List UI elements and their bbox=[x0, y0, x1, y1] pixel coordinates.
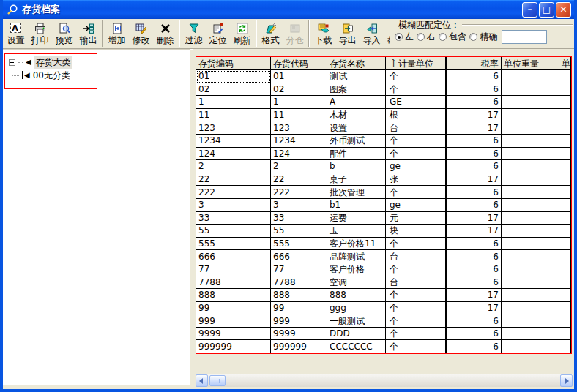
cell[interactable] bbox=[559, 186, 571, 199]
cell[interactable]: 02 bbox=[271, 83, 327, 97]
cell[interactable]: 6 bbox=[447, 199, 502, 212]
tree-child-label[interactable]: 00无分类 bbox=[33, 69, 70, 82]
cell[interactable] bbox=[559, 238, 571, 251]
close-button[interactable]: ✕ bbox=[556, 2, 571, 18]
cell[interactable] bbox=[559, 212, 571, 225]
download-button[interactable]: 下载 bbox=[311, 19, 335, 48]
cell[interactable]: 个 bbox=[387, 70, 447, 83]
cell[interactable]: 7788 bbox=[196, 276, 271, 290]
cell[interactable]: 批次管理 bbox=[327, 186, 387, 199]
cell[interactable]: 9999 bbox=[271, 328, 327, 341]
cell[interactable]: 9999 bbox=[196, 328, 271, 341]
cell[interactable]: 7788 bbox=[271, 276, 327, 290]
fuzzy-radio-3[interactable]: 精确 bbox=[469, 31, 497, 43]
tree-item-child[interactable]: ◀00无分类 bbox=[9, 69, 70, 82]
cell[interactable]: 17 bbox=[447, 109, 502, 122]
cell[interactable]: b bbox=[327, 160, 387, 173]
cell[interactable]: 6 bbox=[447, 135, 502, 148]
cell[interactable] bbox=[559, 314, 571, 328]
cell[interactable]: 01 bbox=[271, 70, 327, 83]
cell[interactable]: 台 bbox=[387, 121, 447, 135]
cell[interactable]: DDD bbox=[327, 328, 387, 341]
cell[interactable]: 6 bbox=[447, 263, 502, 276]
cell[interactable]: 6 bbox=[447, 314, 502, 328]
fuzzy-radio-2[interactable]: 包含 bbox=[439, 31, 466, 43]
cell[interactable]: 222 bbox=[271, 186, 327, 199]
collapse-icon[interactable] bbox=[9, 59, 15, 66]
scroll-left-button[interactable] bbox=[196, 374, 208, 387]
cell[interactable] bbox=[559, 263, 571, 276]
cell[interactable]: A bbox=[327, 96, 387, 109]
cell[interactable]: 空调 bbox=[327, 276, 387, 290]
cell[interactable]: 6 bbox=[447, 148, 502, 161]
cell[interactable]: 17 bbox=[447, 302, 502, 315]
cell[interactable]: 999999 bbox=[196, 340, 271, 353]
cell[interactable]: 22 bbox=[271, 173, 327, 186]
cell[interactable]: 123 bbox=[196, 121, 271, 135]
export-button[interactable]: 导出 bbox=[335, 19, 360, 48]
cell[interactable]: 222 bbox=[196, 186, 271, 199]
cell[interactable]: 888 bbox=[271, 289, 327, 302]
column-header-6[interactable]: 单 bbox=[559, 57, 571, 70]
cell[interactable]: 6 bbox=[447, 83, 502, 97]
cell[interactable]: 123 bbox=[271, 121, 327, 135]
cell[interactable]: 17 bbox=[447, 225, 502, 238]
cell[interactable]: 6 bbox=[447, 186, 502, 199]
column-header-4[interactable]: 税率 bbox=[447, 57, 502, 70]
cell[interactable] bbox=[502, 148, 559, 161]
cell[interactable]: 2 bbox=[196, 160, 271, 173]
cell[interactable]: 555 bbox=[196, 238, 271, 251]
cell[interactable]: 块 bbox=[387, 225, 447, 238]
cell[interactable]: 17 bbox=[447, 212, 502, 225]
cell[interactable]: 99 bbox=[271, 302, 327, 315]
add-button[interactable]: 增加 bbox=[105, 19, 129, 48]
cell[interactable] bbox=[502, 276, 559, 290]
cell[interactable]: 1 bbox=[196, 96, 271, 109]
cell[interactable] bbox=[502, 109, 559, 122]
cell[interactable]: 配件 bbox=[327, 148, 387, 161]
horizontal-scrollbar[interactable] bbox=[196, 374, 573, 387]
cell[interactable]: 1234 bbox=[271, 135, 327, 148]
cell[interactable] bbox=[502, 250, 559, 263]
cell[interactable] bbox=[502, 186, 559, 199]
cell[interactable]: 17 bbox=[447, 289, 502, 302]
cell[interactable] bbox=[502, 302, 559, 315]
cell[interactable] bbox=[502, 160, 559, 173]
import-button[interactable]: 导入 bbox=[360, 19, 384, 48]
cell[interactable]: 个 bbox=[387, 314, 447, 328]
cell[interactable] bbox=[502, 199, 559, 212]
cell[interactable] bbox=[502, 340, 559, 353]
cell[interactable] bbox=[559, 173, 571, 186]
cell[interactable]: 张 bbox=[387, 173, 447, 186]
cell[interactable] bbox=[559, 250, 571, 263]
cell[interactable]: 6 bbox=[447, 328, 502, 341]
cell[interactable]: 个 bbox=[387, 148, 447, 161]
cell[interactable] bbox=[559, 148, 571, 161]
cell[interactable]: 666 bbox=[196, 250, 271, 263]
cell[interactable]: 01 bbox=[196, 70, 271, 83]
cell[interactable]: 外币测试 bbox=[327, 135, 387, 148]
cell[interactable] bbox=[502, 238, 559, 251]
cell[interactable]: 台 bbox=[387, 276, 447, 290]
cell[interactable]: 124 bbox=[271, 148, 327, 161]
cell[interactable] bbox=[502, 135, 559, 148]
cell[interactable]: 元 bbox=[387, 212, 447, 225]
cell[interactable]: 888 bbox=[196, 289, 271, 302]
cell[interactable] bbox=[502, 328, 559, 341]
cell[interactable]: 测试 bbox=[327, 70, 387, 83]
settings-button[interactable]: A设置 bbox=[4, 19, 28, 48]
minimize-button[interactable]: – bbox=[522, 2, 537, 18]
cell[interactable]: 77 bbox=[196, 263, 271, 276]
format-button[interactable]: 格式 bbox=[258, 19, 283, 48]
cell[interactable]: 个 bbox=[387, 289, 447, 302]
cell[interactable]: 11 bbox=[196, 109, 271, 122]
cell[interactable] bbox=[559, 225, 571, 238]
output-button[interactable]: 输出 bbox=[76, 19, 100, 48]
cell[interactable]: 17 bbox=[447, 173, 502, 186]
cell[interactable] bbox=[559, 302, 571, 315]
scroll-right-button[interactable] bbox=[560, 374, 573, 387]
cell[interactable]: 品牌测试 bbox=[327, 250, 387, 263]
cell[interactable]: 124 bbox=[196, 148, 271, 161]
cell[interactable]: 台 bbox=[387, 250, 447, 263]
cell[interactable]: 一般测试 bbox=[327, 314, 387, 328]
